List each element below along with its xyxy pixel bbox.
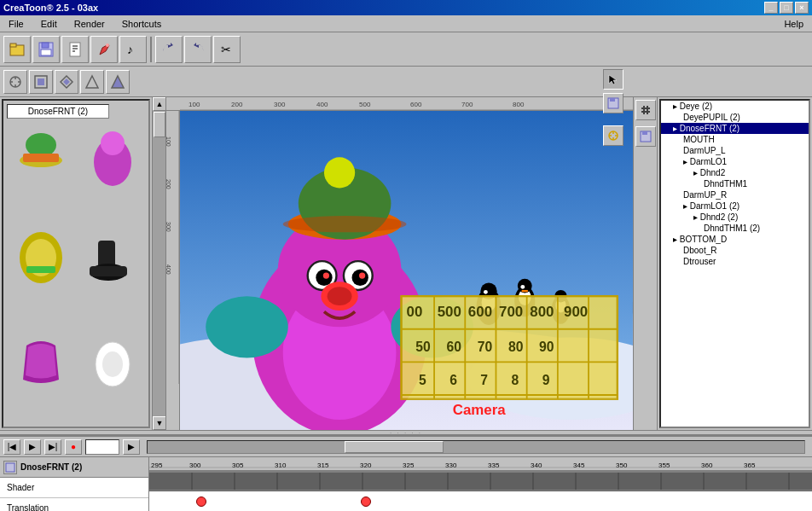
redo-button[interactable] xyxy=(184,36,212,63)
right-tool-1[interactable] xyxy=(635,100,656,120)
tree-item-mouth[interactable]: MOUTH xyxy=(661,134,809,145)
thumb-boot xyxy=(78,226,147,294)
crosshair-tool-button[interactable] xyxy=(603,125,624,146)
svg-point-25 xyxy=(101,131,125,155)
undo-button[interactable] xyxy=(155,36,183,63)
viewport[interactable]: 00 500 600 700 800 900 50 60 70 80 90 xyxy=(180,111,633,430)
tree-item-dhnd2-2[interactable]: ▸ Dhnd2 (2) xyxy=(661,212,809,223)
tree-item-darmlo1-2[interactable]: ▸ DarmLO1 (2) xyxy=(661,200,809,212)
timeline-labels: DnoseFRNT (2) Shader Translation Rotatio… xyxy=(0,457,149,511)
frame-step-button[interactable]: ▶ xyxy=(123,439,140,455)
tree-item-darmup-r[interactable]: DarmUP_R xyxy=(661,189,809,200)
svg-text:305: 305 xyxy=(232,462,244,469)
svg-text:900: 900 xyxy=(564,304,588,320)
new-button[interactable] xyxy=(61,36,89,63)
scroll-down-button[interactable]: ▼ xyxy=(153,416,165,430)
svg-text:90: 90 xyxy=(539,340,554,354)
svg-point-64 xyxy=(323,272,329,278)
scroll-up-button[interactable]: ▲ xyxy=(153,97,165,111)
svg-text:360: 360 xyxy=(701,462,713,469)
svg-text:80: 80 xyxy=(508,340,524,354)
tree-item-dhnd2[interactable]: ▸ Dhnd2 xyxy=(661,167,809,178)
music-button[interactable]: ♪ xyxy=(119,36,147,63)
tree-item-dnosefrnt[interactable]: ▸ DnoseFRNT (2) xyxy=(661,123,809,134)
close-button[interactable]: × xyxy=(795,2,809,14)
tree-item-bottom-d[interactable]: ▸ BOTTOM_D xyxy=(661,234,809,245)
record-button[interactable]: ● xyxy=(65,439,82,455)
right-tool-2[interactable] xyxy=(635,126,656,147)
svg-text:600: 600 xyxy=(410,101,422,108)
svg-text:295: 295 xyxy=(151,462,163,469)
tool-1[interactable] xyxy=(3,70,27,94)
tool-3[interactable] xyxy=(55,70,78,94)
tree-item-dhndthm1-2[interactable]: DhndTHM1 (2) xyxy=(661,223,809,234)
svg-text:355: 355 xyxy=(658,462,670,469)
right-panel: ▸ Deye (2) DeyePUPIL (2) ▸ DnoseFRNT (2)… xyxy=(633,97,812,430)
tool-5[interactable] xyxy=(106,70,130,94)
svg-text:100: 100 xyxy=(166,136,171,147)
svg-text:335: 335 xyxy=(488,462,500,469)
menu-file[interactable]: File xyxy=(3,17,29,31)
svg-text:320: 320 xyxy=(360,462,372,469)
svg-point-72 xyxy=(484,290,488,294)
svg-rect-28 xyxy=(26,266,55,273)
thumb-head xyxy=(7,125,75,194)
scroll-thumb[interactable] xyxy=(154,112,165,137)
svg-rect-4 xyxy=(41,49,51,55)
cut-button[interactable]: ✂ xyxy=(213,36,241,63)
svg-text:325: 325 xyxy=(403,462,415,469)
menu-help[interactable]: Help xyxy=(779,17,809,31)
save-tool-button[interactable] xyxy=(603,93,624,113)
timeline-top-thumb[interactable] xyxy=(345,441,444,453)
play-forward-button[interactable]: ▶| xyxy=(44,439,61,455)
tree-item-deye[interactable]: ▸ Deye (2) xyxy=(661,101,809,112)
svg-point-67 xyxy=(328,287,352,305)
timeline-icon[interactable] xyxy=(3,461,17,474)
menu-shortcuts[interactable]: Shortcuts xyxy=(117,17,166,31)
menu-edit[interactable]: Edit xyxy=(36,17,62,31)
shader-track-label: Shader xyxy=(0,478,148,498)
play-button[interactable]: ▶ xyxy=(24,439,41,455)
svg-point-59 xyxy=(324,157,355,188)
tree-item-deyepupil[interactable]: DeyePUPIL (2) xyxy=(661,112,809,123)
timeline-header: DnoseFRNT (2) xyxy=(0,457,148,478)
open-button[interactable] xyxy=(3,36,31,63)
svg-text:00: 00 xyxy=(407,304,423,320)
svg-rect-118 xyxy=(641,111,650,113)
tree-item-dboot-r[interactable]: Dboot_R xyxy=(661,245,809,256)
viewport-container: 100 200 300 400 xyxy=(166,111,633,430)
paint-button[interactable] xyxy=(90,36,118,63)
timeline-content: DnoseFRNT (2) Shader Translation Rotatio… xyxy=(0,457,812,511)
toolbar-separator-1 xyxy=(150,37,152,62)
select-tool-button[interactable] xyxy=(603,69,624,90)
timeline-top-scroll[interactable] xyxy=(147,440,805,454)
thumb-skirt xyxy=(7,326,75,394)
tree-item-darmlo1[interactable]: ▸ DarmLO1 xyxy=(661,156,809,167)
tree-item-dtrouser[interactable]: Dtrouser xyxy=(661,256,809,267)
tree-view[interactable]: ▸ Deye (2) DeyePUPIL (2) ▸ DnoseFRNT (2)… xyxy=(659,99,810,428)
left-panel-scrollbar[interactable]: ▲ ▼ xyxy=(152,97,165,430)
svg-text:9: 9 xyxy=(542,373,550,387)
title-bar: CreaToon® 2.5 - 03ax _ □ × xyxy=(0,0,812,15)
play-back-button[interactable]: |◀ xyxy=(3,439,20,455)
menu-render[interactable]: Render xyxy=(69,17,110,31)
translation-label: Translation xyxy=(7,503,49,511)
svg-point-9 xyxy=(106,44,109,47)
tool-4[interactable] xyxy=(80,70,104,94)
shader-keyframe-2 xyxy=(361,496,371,507)
maximize-button[interactable]: □ xyxy=(780,2,793,14)
svg-text:100: 100 xyxy=(188,101,200,108)
tree-item-darmup-l[interactable]: DarmUP_L xyxy=(661,145,809,156)
svg-text:700: 700 xyxy=(461,101,473,108)
tree-item-dhndthm1[interactable]: DhndTHM1 xyxy=(661,178,809,189)
minimize-button[interactable]: _ xyxy=(764,2,778,14)
tool-2[interactable] xyxy=(29,70,53,94)
frame-number-input[interactable]: 247 xyxy=(85,439,119,455)
svg-text:7: 7 xyxy=(480,373,488,387)
svg-marker-20 xyxy=(112,76,124,88)
svg-text:8: 8 xyxy=(512,373,519,387)
scroll-track[interactable] xyxy=(153,111,165,416)
left-panel: DnoseFRNT (2) xyxy=(0,97,166,430)
save-button[interactable] xyxy=(32,36,60,63)
svg-text:5: 5 xyxy=(419,373,426,387)
